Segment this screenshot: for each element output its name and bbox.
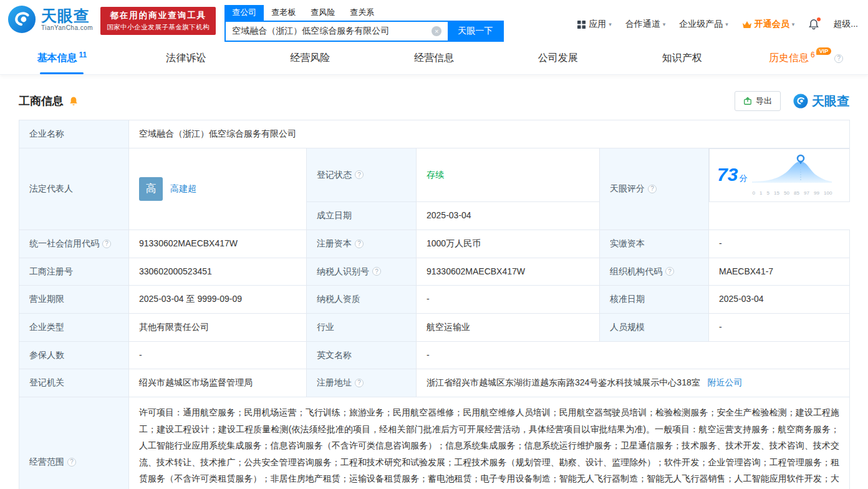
nav-super-vip[interactable]: 超级... [833, 19, 858, 30]
tab-company-development-label: 公司发展 [538, 52, 578, 65]
tab-company-development[interactable]: 公司发展 [496, 42, 620, 74]
search-tab-boss[interactable]: 查老板 [264, 5, 303, 21]
tab-operation-risk-label: 经营风险 [290, 52, 330, 65]
tab-operation-risk[interactable]: 经营风险 [248, 42, 372, 74]
field-label-reg-status: 登记状态 ? [307, 148, 417, 202]
notifications-bell-icon[interactable] [808, 19, 819, 30]
nav-open-vip-label: 开通会员 [755, 19, 789, 30]
watermark-logo: 天眼查 [793, 93, 849, 110]
help-icon[interactable]: ? [372, 267, 381, 276]
field-label-paid-capital: 实缴资本 [600, 230, 709, 258]
slogan-line-2: 国家中小企业发展子基金旗下机构 [107, 23, 210, 32]
table-row: 企业名称 空域融合（浙江）低空综合服务有限公司 [19, 120, 850, 148]
help-icon[interactable]: ? [665, 267, 674, 276]
vip-badge: VIP [816, 47, 832, 55]
legal-rep-avatar[interactable]: 高 [139, 177, 163, 201]
tab-basic-info[interactable]: 基本信息 11 [0, 42, 124, 74]
chevron-down-icon: ▾ [663, 21, 666, 27]
search-box: × 天眼一下 [224, 21, 504, 42]
nearby-companies-link[interactable]: 附近公司 [708, 377, 743, 387]
nav-apps[interactable]: 应用 ▾ [577, 19, 612, 30]
help-icon[interactable]: ? [102, 240, 111, 248]
apps-grid-icon [577, 20, 586, 29]
field-label-credit-code: 统一社会信用代码 ? [19, 230, 129, 258]
search-button[interactable]: 天眼一下 [448, 22, 503, 41]
top-nav: 应用 ▾ 合作通道 ▾ 企业级产品 ▾ 开通会员 ▾ 超级... [577, 5, 858, 30]
field-value-staff-size: - [709, 314, 850, 342]
reg-address-text: 浙江省绍兴市越城区东湖街道越东南路324号鉴水科技城展示中心318室 [427, 377, 700, 387]
search-input[interactable] [226, 26, 432, 36]
table-row: 经营范围 ? 许可项目：通用航空服务；民用机场运营；飞行训练；旅游业务；民用航空… [19, 397, 850, 489]
search-tab-company[interactable]: 查公司 [224, 5, 264, 21]
table-row: 法定代表人 高 高建超 登记状态 ? 存续 [19, 148, 850, 202]
field-value-credit-code: 91330602MAECBX417W [129, 230, 307, 258]
field-value-english-name: - [417, 341, 850, 369]
score-axis-ticks: 0151550859799100 [752, 190, 832, 197]
field-value-org-code: MAECBX41-7 [709, 258, 850, 286]
tab-operation-info-label: 经营信息 [414, 52, 454, 65]
help-icon[interactable]: ? [834, 54, 843, 63]
tab-legal-litigation[interactable]: 法律诉讼 [124, 42, 248, 74]
tianyancha-logo[interactable]: 天眼查 TianYanCha.com [7, 5, 93, 34]
field-value-reg-capital: 1000万人民币 [417, 230, 600, 258]
site-header: 天眼查 TianYanCha.com 都在用的商业查询工具 国家中小企业发展子基… [0, 0, 868, 42]
tab-legal-litigation-label: 法律诉讼 [166, 52, 206, 65]
field-label-score: 天眼评分 ? [600, 148, 709, 230]
field-value-business-scope: 许可项目：通用航空服务；民用机场运营；飞行训练；旅游业务；民用航空器维修；民用航… [129, 397, 850, 489]
nav-enterprise-products[interactable]: 企业级产品 ▾ [679, 19, 728, 30]
subscribe-bell-icon[interactable] [69, 96, 79, 106]
field-label-staff-size: 人员规模 [600, 314, 709, 342]
status-badge: 存续 [427, 170, 444, 180]
nav-apps-label: 应用 [589, 19, 606, 30]
field-value-approval-date: 2025-03-04 [709, 286, 850, 314]
field-value-paid-capital: - [709, 230, 850, 258]
field-value-establish-date: 2025-03-04 [417, 202, 600, 230]
search-tabs: 查公司 查老板 查风险 查关系 [224, 5, 504, 21]
field-label-approval-date: 核准日期 [600, 286, 709, 314]
tab-intellectual-property[interactable]: 知识产权 [620, 42, 744, 74]
field-value-legal-rep: 高 高建超 [129, 148, 307, 230]
clear-search-icon[interactable]: × [432, 26, 441, 36]
search-tab-relation[interactable]: 查关系 [342, 5, 382, 21]
notification-dot [817, 17, 821, 21]
help-icon[interactable]: ? [648, 185, 657, 193]
field-label-taxpayer-id: 纳税人识别号 ? [307, 258, 417, 286]
search-tab-risk[interactable]: 查风险 [303, 5, 342, 21]
score-value: 73分 [717, 165, 747, 185]
section-actions: 导出 天眼查 [735, 91, 849, 111]
tab-history-info-count: 6 [811, 51, 815, 59]
field-value-company-type: 其他有限责任公司 [129, 314, 307, 342]
help-icon[interactable]: ? [67, 458, 76, 467]
nav-super-vip-label: 超级... [833, 19, 858, 30]
table-row: 登记机关 绍兴市越城区市场监督管理局 注册地址 ? 浙江省绍兴市越城区东湖街道越… [19, 369, 850, 397]
table-row: 企业类型 其他有限责任公司 行业 航空运输业 人员规模 - [19, 314, 850, 342]
tab-operation-info[interactable]: 经营信息 [372, 42, 496, 74]
help-icon[interactable]: ? [355, 240, 364, 248]
export-button[interactable]: 导出 [735, 91, 781, 111]
help-icon[interactable]: ? [355, 379, 364, 387]
field-label-establish-date: 成立日期 [307, 202, 417, 230]
section-title: 工商信息 [19, 94, 64, 109]
slogan-line-1: 都在用的商业查询工具 [107, 10, 210, 21]
nav-open-vip[interactable]: 开通会员 ▾ [742, 19, 795, 30]
main-content: 工商信息 导出 [0, 91, 868, 489]
field-label-company-name: 企业名称 [19, 120, 129, 148]
field-label-reg-number: 工商注册号 [19, 258, 129, 286]
tab-history-info[interactable]: 历史信息 6 VIP ? [744, 42, 868, 74]
nav-cooperation[interactable]: 合作通道 ▾ [625, 19, 666, 30]
field-value-business-term: 2025-03-04 至 9999-09-09 [129, 286, 307, 314]
field-label-org-code: 组织机构代码 ? [600, 258, 709, 286]
help-icon[interactable]: ? [355, 170, 364, 179]
legal-rep-name-link[interactable]: 高建超 [170, 182, 196, 196]
crown-icon [742, 21, 752, 29]
field-label-business-scope: 经营范围 ? [19, 397, 129, 489]
nav-cooperation-label: 合作通道 [625, 19, 660, 30]
chevron-down-icon: ▾ [725, 21, 728, 27]
brand-domain: TianYanCha.com [41, 24, 93, 31]
field-value-insured-count: - [129, 341, 307, 369]
tab-intellectual-property-label: 知识产权 [662, 52, 702, 65]
business-info-section-header: 工商信息 导出 [19, 91, 849, 111]
tab-basic-info-label: 基本信息 [37, 52, 77, 65]
export-label: 导出 [756, 95, 772, 107]
tianyancha-logo-icon [7, 5, 36, 34]
